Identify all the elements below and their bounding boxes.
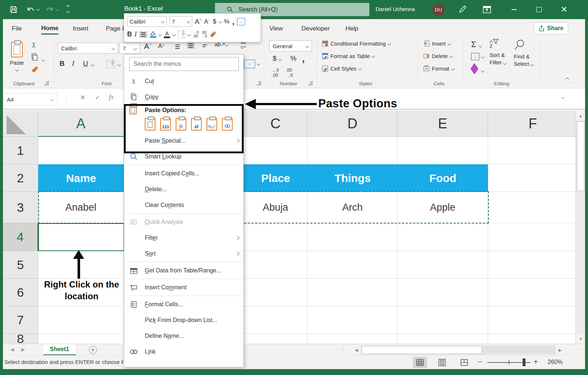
clipboard-dialog-launcher[interactable] xyxy=(44,81,49,85)
redo-button[interactable] xyxy=(45,4,58,15)
cell-A3[interactable]: Anabel xyxy=(38,192,124,223)
cell-A4[interactable] xyxy=(38,223,124,251)
expand-formula-bar-icon[interactable] xyxy=(561,96,565,99)
user-name[interactable]: Daniel Uchenna xyxy=(376,6,415,12)
cell-A1[interactable] xyxy=(38,137,124,164)
menu-item-format-cells[interactable]: Format Cells... xyxy=(124,296,243,312)
menu-item-pick-from-drop-down-list[interactable]: Pick From Drop-down List... xyxy=(124,312,243,328)
scroll-up-icon[interactable]: ▲ xyxy=(576,111,585,121)
menu-item-insert-comment[interactable]: Insert Comment xyxy=(124,279,243,295)
cell-F6[interactable] xyxy=(488,279,578,306)
cancel-entry-icon[interactable]: ✕ xyxy=(80,94,85,101)
tab-insert[interactable]: Insert xyxy=(73,23,89,35)
cell-D7[interactable] xyxy=(308,306,398,334)
cell-E5[interactable] xyxy=(398,251,488,279)
cells-format-button[interactable]: Format xyxy=(423,65,454,72)
number-format-combo[interactable]: General xyxy=(269,40,312,51)
paste-option-paste-icon[interactable] xyxy=(145,118,155,131)
cells-delete-button[interactable]: Delete xyxy=(423,53,452,59)
avatar[interactable]: DU xyxy=(432,3,445,16)
menu-item-delete[interactable]: Delete... xyxy=(124,181,243,197)
zoom-out-button[interactable]: − xyxy=(478,358,482,366)
alignment-dialog-launcher[interactable] xyxy=(257,81,261,85)
paste-option-formulas-icon[interactable]: fx xyxy=(176,118,186,131)
cell-C6[interactable] xyxy=(244,279,308,306)
sheet-prev-icon[interactable]: ◀ xyxy=(10,347,14,352)
feedback-pen-icon[interactable] xyxy=(458,5,467,16)
vertical-scroll-thumb[interactable] xyxy=(577,121,584,191)
autosum-button[interactable]: Σ xyxy=(471,40,482,49)
column-header-D[interactable]: D xyxy=(308,111,398,137)
cells-insert-button[interactable]: Insert xyxy=(423,40,451,47)
cell-C5[interactable] xyxy=(244,251,308,279)
sort-filter-button[interactable]: AZ Sort &Filter xyxy=(490,39,506,66)
page-break-preview-icon[interactable] xyxy=(457,357,471,368)
zoom-level[interactable]: 260% xyxy=(548,359,563,365)
styles-format-as-table-button[interactable]: Format as Table xyxy=(322,53,374,59)
mini-fill-color-button[interactable] xyxy=(150,31,156,38)
vertical-scrollbar[interactable]: ▲ ▼ xyxy=(576,111,585,344)
cell-E6[interactable] xyxy=(398,279,488,306)
row-header-8[interactable]: 8 xyxy=(3,334,38,344)
cell-F3[interactable] xyxy=(488,192,578,223)
styles-cell-styles-button[interactable]: Cell Styles xyxy=(322,65,361,72)
save-icon[interactable] xyxy=(10,4,18,15)
row-header-1[interactable]: 1 xyxy=(3,137,38,164)
mini-currency-button[interactable]: $ xyxy=(213,18,216,25)
row-header-5[interactable]: 5 xyxy=(3,251,38,279)
page-layout-view-icon[interactable] xyxy=(435,357,449,368)
cell-E3[interactable]: Apple xyxy=(398,192,488,223)
menu-item-copy[interactable]: Copy xyxy=(124,89,243,105)
tab-view[interactable]: View xyxy=(269,23,283,35)
tab-developer[interactable]: Developer xyxy=(301,23,330,35)
column-header-C[interactable]: C xyxy=(244,111,308,137)
splitter-handle[interactable]: ⁞ xyxy=(343,346,344,352)
customize-qat-icon[interactable] xyxy=(67,4,69,15)
format-painter-button[interactable] xyxy=(31,65,39,75)
horizontal-scrollbar[interactable]: ◀ ▶ xyxy=(352,346,564,354)
comma-button[interactable]: , xyxy=(302,53,305,64)
cell-C3[interactable]: Abuja xyxy=(244,192,308,223)
mini-grow-font-button[interactable]: A˄ xyxy=(195,18,202,26)
decrease-decimal-button[interactable]: ←0.00 xyxy=(272,68,279,78)
row-header-2[interactable]: 2 xyxy=(3,164,38,192)
styles-conditional-formatting-button[interactable]: Conditional Formatting xyxy=(322,40,391,47)
fill-button[interactable]: ↓ xyxy=(471,53,484,60)
mini-currency-dropdown-icon[interactable] xyxy=(218,20,222,24)
cell-F7[interactable] xyxy=(488,306,578,334)
menu-search-input[interactable] xyxy=(129,57,239,71)
paste-button[interactable]: Paste xyxy=(7,39,27,72)
sheet-next-icon[interactable]: ▶ xyxy=(21,347,25,352)
mini-font-size-combo[interactable]: 7 xyxy=(169,16,192,27)
borders-button[interactable]: ┼ xyxy=(107,60,115,68)
name-box[interactable]: A4 xyxy=(3,93,57,106)
number-dialog-launcher[interactable] xyxy=(308,81,312,85)
tab-help[interactable]: Help xyxy=(345,23,358,35)
mini-shrink-font-button[interactable]: A˅ xyxy=(204,18,211,25)
select-all-corner[interactable] xyxy=(3,111,38,137)
cell-C8[interactable] xyxy=(244,334,308,344)
column-header-A[interactable]: A xyxy=(38,111,124,137)
bottom-align-button[interactable] xyxy=(201,43,209,48)
shrink-font-button[interactable]: A˅ xyxy=(158,43,165,50)
paste-option-paste-link-icon[interactable] xyxy=(222,118,233,131)
sheet-tab[interactable]: Sheet1 xyxy=(43,344,76,356)
cell-C7[interactable] xyxy=(244,306,308,334)
cell-E7[interactable] xyxy=(398,306,488,334)
menu-item-get-data-from-table-range[interactable]: Get Data from Table/Range... xyxy=(124,262,243,278)
cell-D3[interactable]: Arch xyxy=(308,192,398,223)
mini-increase-decimal-button[interactable]: .00→0 xyxy=(201,31,207,38)
cell-E4[interactable] xyxy=(398,223,488,251)
redo-dropdown-icon[interactable] xyxy=(55,7,59,11)
row-header-3[interactable]: 3 xyxy=(3,192,38,223)
merge-dropdown-icon[interactable] xyxy=(257,62,261,66)
percent-button[interactable]: % xyxy=(290,54,297,63)
mini-font-color-dropdown-icon[interactable] xyxy=(172,33,176,36)
share-button[interactable]: Share xyxy=(534,22,568,35)
mini-borders-dropdown-icon[interactable] xyxy=(187,33,191,36)
row-header-4[interactable]: 4 xyxy=(3,223,38,251)
clear-button[interactable] xyxy=(471,65,484,74)
cell-A8[interactable] xyxy=(38,334,124,344)
paste-option-formatting-icon[interactable]: %🖉 xyxy=(207,118,217,131)
minimize-button[interactable] xyxy=(506,0,523,19)
